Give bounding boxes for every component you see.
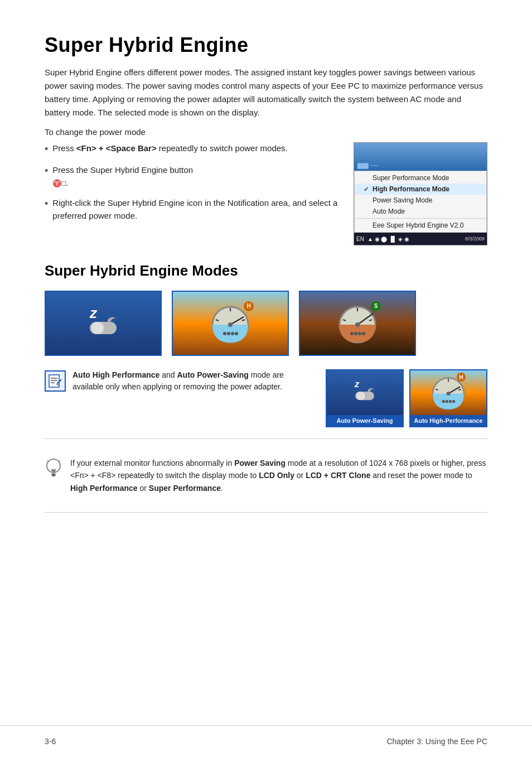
divider-2 xyxy=(45,512,487,513)
note-icon xyxy=(45,370,66,392)
bullet-text-1: Press <Fn> + <Space Bar> repeatedly to s… xyxy=(52,142,340,156)
bullets-list: • Press <Fn> + <Space Bar> repeatedly to… xyxy=(45,142,340,230)
divider-1 xyxy=(45,438,487,439)
power-saving-label: Power Saving xyxy=(46,355,161,356)
auto-modes-cards: z Auto Power-Saving xyxy=(326,369,487,427)
bullet-item-3: • Right-click the Super Hybrid Engine ic… xyxy=(45,197,340,222)
taskbar-lang: EN xyxy=(356,236,364,242)
svg-point-38 xyxy=(449,400,452,403)
lightbulb-icon xyxy=(46,458,61,483)
svg-rect-41 xyxy=(51,474,56,475)
menu-label-about: Eee Super Hybrid Engine V2.0 xyxy=(373,221,463,229)
auto-card-power-saving: z Auto Power-Saving xyxy=(326,369,404,427)
svg-point-20 xyxy=(358,332,361,335)
power-saving-image: z xyxy=(46,292,161,355)
s-badge: S xyxy=(371,301,381,311)
auto-info-box: Auto High Performance and Auto Power-Sav… xyxy=(45,369,316,393)
bullet-dot-2: • xyxy=(45,164,48,189)
menu-label-super: Super Performance Mode xyxy=(373,174,449,182)
intro-paragraph: Super Hybrid Engine offers different pow… xyxy=(45,66,487,119)
auto-speedo-container: H xyxy=(429,372,468,414)
bullet-item-1: • Press <Fn> + <Space Bar> repeatedly to… xyxy=(45,142,340,156)
super-performance-image: S xyxy=(300,292,415,355)
bullet-item-2: • Press the Super Hybrid Engine button ♈… xyxy=(45,164,340,189)
auto-sleep-icon: z xyxy=(348,376,381,409)
mode-card-power-saving: z Power Saving xyxy=(45,291,162,356)
taskbar-area: EN ▲ ◉ ⬤ ▐▌ ◈ ◉ 8/3/2009 xyxy=(354,233,487,245)
engine-icon-symbol: ♈□ xyxy=(52,178,66,189)
modes-section: Super Hybrid Engine Modes z xyxy=(45,262,487,513)
menu-divider xyxy=(355,218,486,219)
context-menu-screenshot: ▓▓▓ ~~~ Super Performance Mode ✓ High Pe… xyxy=(354,142,487,245)
auto-note-text: Auto High Performance and Auto Power-Sav… xyxy=(72,369,316,393)
page-content: Super Hybrid Engine Super Hybrid Engine … xyxy=(0,0,532,568)
svg-point-29 xyxy=(356,392,365,400)
menu-label-powersaving: Power Saving Mode xyxy=(373,196,432,204)
menu-item-auto: Auto Mode xyxy=(355,206,486,217)
mode-card-super-performance: S Super Performance xyxy=(299,291,416,356)
bullet-text-3: Right-click the Super Hybrid Engine icon… xyxy=(52,197,340,222)
menu-item-power-saving: Power Saving Mode xyxy=(355,195,486,206)
sleep-z-letter: z xyxy=(90,305,97,322)
svg-point-8 xyxy=(223,332,226,335)
auto-power-saving-image: z xyxy=(327,370,403,415)
svg-line-45 xyxy=(47,460,48,461)
super-performance-label: Super Performance xyxy=(300,355,415,356)
svg-rect-22 xyxy=(49,375,59,387)
menu-label-auto: Auto Mode xyxy=(373,208,405,215)
tip-box: If your external monitor functions abnor… xyxy=(45,450,487,501)
svg-point-39 xyxy=(452,400,455,403)
auto-power-saving-label: Auto Power-Saving xyxy=(327,415,403,426)
menu-check-2: ✓ xyxy=(364,186,369,193)
tip-bold-power-saving: Power Saving xyxy=(234,459,286,467)
fn-key-bold: <Fn> + <Space Bar> xyxy=(76,143,157,153)
speedo-container-h: H xyxy=(208,300,253,347)
svg-point-19 xyxy=(354,332,357,335)
svg-point-35 xyxy=(447,392,451,396)
tip-bold-super-perf: Super Performance xyxy=(149,484,221,493)
svg-point-36 xyxy=(442,400,445,403)
bullet-text-2: Press the Super Hybrid Engine button ♈□. xyxy=(52,164,340,189)
bullet-dot-1: • xyxy=(45,142,48,156)
menu-label-high: High Performance Mode xyxy=(373,185,449,193)
svg-point-1 xyxy=(91,322,104,334)
header-label: ▓▓▓ ~~~ xyxy=(357,163,379,168)
svg-point-37 xyxy=(446,400,448,403)
modes-grid: z Power Saving xyxy=(45,291,487,356)
sleep-icon: z xyxy=(81,301,125,346)
svg-point-17 xyxy=(355,322,360,327)
taskbar-time: 8/3/2009 xyxy=(465,236,485,242)
high-performance-image: H xyxy=(173,292,288,355)
svg-point-7 xyxy=(228,322,233,327)
svg-point-11 xyxy=(235,332,238,335)
speedo-container-s: S xyxy=(335,300,380,347)
menu-item-about: Eee Super Hybrid Engine V2.0 xyxy=(355,220,486,231)
tip-bold-lcd-only: LCD Only xyxy=(259,471,294,480)
svg-point-18 xyxy=(350,332,354,335)
page-footer: 3-6 Chapter 3: Using the Eee PC xyxy=(0,725,532,757)
high-performance-label: High Performance xyxy=(173,355,288,356)
bullet-dot-3: • xyxy=(45,197,48,222)
menu-item-super-performance: Super Performance Mode xyxy=(355,172,486,184)
h-badge: H xyxy=(244,301,254,311)
change-mode-label: To change the power mode xyxy=(45,127,487,137)
note-pencil-icon xyxy=(48,374,62,388)
auto-high-perf-label: Auto High-Performance xyxy=(410,415,486,426)
auto-card-high-performance: H Auto High-Performance xyxy=(409,369,487,427)
svg-rect-42 xyxy=(52,475,55,476)
modes-section-title: Super Hybrid Engine Modes xyxy=(45,262,487,279)
mode-card-high-performance: H High Performance xyxy=(172,291,289,356)
page-title: Super Hybrid Engine xyxy=(45,33,487,57)
bullets-and-image: • Press <Fn> + <Space Bar> repeatedly to… xyxy=(45,142,487,245)
footer-chapter: Chapter 3: Using the Eee PC xyxy=(386,737,487,746)
context-menu-body: Super Performance Mode ✓ High Performanc… xyxy=(354,171,487,233)
svg-point-9 xyxy=(227,332,230,335)
context-menu-header: ▓▓▓ ~~~ xyxy=(354,143,487,171)
taskbar-icons: ▲ ◉ ⬤ ▐▌ ◈ ◉ xyxy=(367,236,409,242)
auto-modes-row: Auto High Performance and Auto Power-Sav… xyxy=(45,369,487,427)
auto-high-perf-bold: Auto High Performance xyxy=(72,370,159,379)
auto-high-perf-image: H xyxy=(410,370,486,415)
tip-bold-lcd-crt: LCD + CRT Clone xyxy=(306,471,370,480)
footer-page-number: 3-6 xyxy=(45,737,56,746)
auto-power-saving-bold: Auto Power-Saving xyxy=(177,370,249,379)
